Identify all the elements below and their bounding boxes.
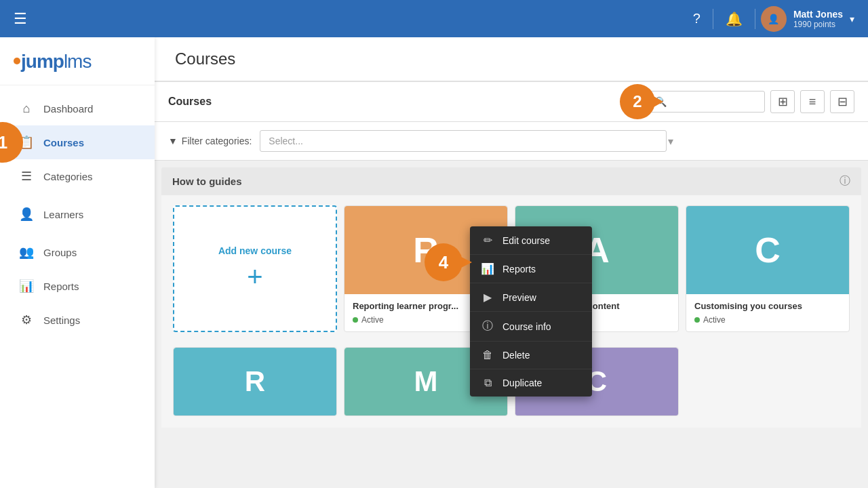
header-left: ☰ — [14, 10, 27, 28]
context-menu-item-delete[interactable]: 🗑 Delete — [470, 342, 592, 369]
user-name: Matt Jones — [793, 9, 843, 20]
bubble-arrow-4 — [461, 257, 472, 268]
add-new-course-card[interactable]: Add new course + — [173, 205, 337, 332]
logo-area: jumplms — [0, 37, 155, 85]
list-view-button[interactable]: ≡ — [800, 90, 825, 113]
context-label-course-info: Course info — [502, 321, 551, 332]
groups-icon: 👥 — [19, 245, 34, 260]
status-dot-reporting — [353, 317, 358, 323]
search-wrapper: 🔍 — [650, 91, 765, 113]
nav-items: ⌂ Dashboard 📋 Courses 1 ☰ Categories 👤 L… — [0, 85, 155, 488]
logo-dot — [14, 58, 20, 64]
page-header: Courses — [155, 37, 868, 82]
context-label-delete: Delete — [502, 350, 530, 361]
add-new-plus-icon: + — [247, 262, 262, 292]
category-header: How to guides ⓘ — [161, 167, 861, 195]
sidebar: jumplms ⌂ Dashboard 📋 Courses 1 ☰ Catego… — [0, 37, 155, 488]
select-chevron-icon: ▾ — [668, 135, 673, 148]
header-divider-2 — [755, 9, 755, 29]
sidebar-label-dashboard: Dashboard — [43, 103, 93, 115]
course-initial-customising: C — [755, 230, 781, 270]
user-details: Matt Jones 1990 points — [793, 9, 843, 29]
sidebar-label-courses: Courses — [43, 137, 84, 148]
context-menu-item-reports[interactable]: 📊 Reports — [470, 255, 592, 283]
sidebar-item-learners[interactable]: 👤 Learners — [0, 193, 155, 235]
status-label-reporting: Active — [361, 315, 384, 325]
course-card-r2[interactable]: R — [173, 347, 337, 416]
course-thumb-r2: R — [174, 348, 336, 415]
hamburger-menu-icon[interactable]: ☰ — [14, 10, 27, 28]
context-menu-item-preview[interactable]: ▶ Preview — [470, 283, 592, 312]
course-thumb-customising: C — [686, 206, 849, 294]
step-4-bubble: 4 — [425, 243, 462, 281]
sidebar-label-learners: Learners — [43, 209, 83, 220]
sidebar-item-reports[interactable]: 📊 Reports — [0, 269, 155, 303]
top-header: ☰ ? 🔔 👤 Matt Jones 1990 points ▾ — [0, 0, 868, 37]
bubble-arrow-2 — [654, 96, 663, 107]
learners-icon: 👤 — [19, 207, 34, 222]
sidebar-item-groups[interactable]: 👥 Groups — [0, 235, 155, 269]
main-layout: jumplms ⌂ Dashboard 📋 Courses 1 ☰ Catego… — [0, 37, 868, 488]
sidebar-item-categories[interactable]: ☰ Categories — [0, 159, 155, 193]
content-area: Courses 2 🔍 ⊞ ≡ ⊟ — [155, 82, 868, 488]
sidebar-item-dashboard[interactable]: ⌂ Dashboard — [0, 92, 155, 125]
category-info-icon[interactable]: ⓘ — [840, 174, 850, 188]
search-input[interactable] — [650, 91, 765, 113]
user-profile[interactable]: 👤 Matt Jones 1990 points ▾ — [761, 6, 854, 32]
course-info-icon: ⓘ — [481, 319, 494, 333]
categories-icon: ☰ — [19, 169, 34, 184]
sidebar-label-groups: Groups — [43, 247, 77, 258]
course-info-customising: Customising you courses Active — [686, 294, 849, 331]
page-title: Courses — [175, 49, 848, 68]
status-label-customising: Active — [703, 315, 726, 325]
step-1-bubble: 1 — [0, 122, 23, 163]
courses-toolbar: Courses 2 🔍 ⊞ ≡ ⊟ — [155, 82, 868, 122]
preview-icon: ▶ — [481, 291, 494, 304]
avatar: 👤 — [761, 6, 787, 32]
category-section: How to guides ⓘ Add new course + R — [155, 161, 868, 428]
context-label-duplicate: Duplicate — [502, 378, 542, 388]
courses-section-label: Courses — [168, 96, 212, 108]
bell-icon[interactable]: 🔔 — [719, 8, 749, 30]
context-label-reports: Reports — [502, 264, 536, 274]
delete-icon: 🗑 — [481, 349, 494, 361]
header-right: ? 🔔 👤 Matt Jones 1990 points ▾ — [686, 6, 854, 32]
sidebar-item-settings[interactable]: ⚙ Settings — [0, 303, 155, 337]
course-card-customising[interactable]: C Customising you courses Active — [686, 205, 850, 332]
edit-course-icon: ✏ — [481, 234, 494, 247]
context-menu-item-edit-course[interactable]: ✏ Edit course — [470, 226, 592, 255]
toolbar-right: 2 🔍 ⊞ ≡ ⊟ — [639, 90, 854, 113]
context-menu-item-duplicate[interactable]: ⧉ Duplicate — [470, 369, 592, 396]
step-2-bubble: 2 — [620, 84, 655, 119]
filter-row: ▼ Filter categories: Select... ▾ — [155, 122, 868, 161]
help-icon[interactable]: ? — [686, 8, 707, 29]
course-card-reporting[interactable]: R Reporting learner progr... Active 4 — [344, 205, 508, 332]
context-label-edit-course: Edit course — [502, 235, 550, 246]
context-menu-item-course-info[interactable]: ⓘ Course info — [470, 312, 592, 342]
category-filter-wrapper: Select... ▾ — [260, 130, 680, 152]
logo: jumplms — [14, 49, 91, 72]
user-points: 1990 points — [793, 20, 843, 29]
settings-icon: ⚙ — [19, 312, 34, 327]
filter-label: ▼ Filter categories: — [168, 136, 252, 146]
header-divider — [713, 9, 713, 29]
sidebar-label-categories: Categories — [43, 171, 93, 182]
dashboard-icon: ⌂ — [19, 102, 34, 116]
main-content: Courses Courses 2 🔍 ⊞ ≡ — [155, 37, 868, 488]
grid-view-button[interactable]: ⊞ — [770, 90, 795, 113]
category-filter-select[interactable]: Select... — [260, 130, 667, 152]
reports-icon: 📊 — [19, 279, 34, 293]
detail-view-button[interactable]: ⊟ — [830, 90, 854, 113]
status-dot-customising — [694, 317, 700, 323]
course-status-customising: Active — [694, 315, 841, 325]
add-new-label: Add new course — [218, 245, 292, 256]
sidebar-item-courses[interactable]: 📋 Courses 1 — [0, 125, 155, 159]
context-menu: ✏ Edit course 📊 Reports ▶ Preview — [470, 226, 592, 396]
reports-menu-icon: 📊 — [481, 262, 494, 275]
duplicate-icon: ⧉ — [481, 377, 494, 389]
course-grid-row1: Add new course + R Reporting learner pro… — [161, 195, 861, 344]
sidebar-label-reports: Reports — [43, 281, 79, 292]
context-label-preview: Preview — [502, 292, 536, 303]
course-name-customising: Customising you courses — [694, 301, 841, 311]
filter-icon: ▼ — [168, 136, 178, 146]
